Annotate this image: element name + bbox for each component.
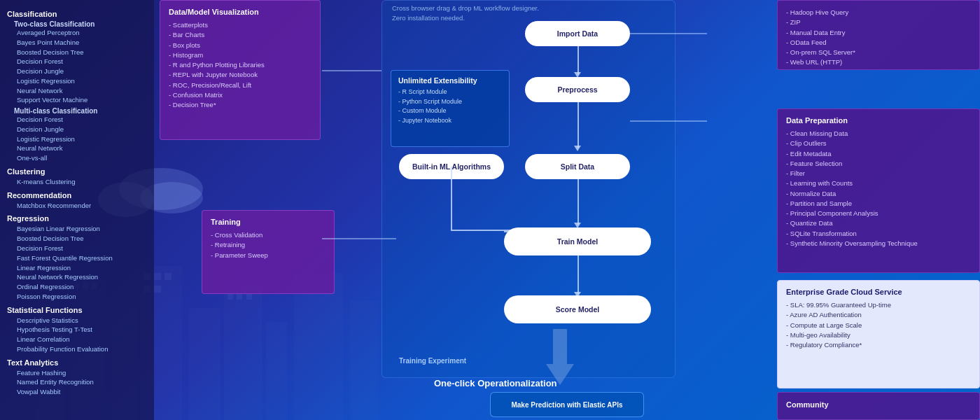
ent-item-3: - Multi-geo Availability xyxy=(786,330,971,340)
item-vowpal: Vowpal Wabbit xyxy=(7,387,147,397)
clustering-section: Clustering K-means Clustering xyxy=(7,167,147,187)
svg-rect-20 xyxy=(246,294,252,300)
unlimited-extensibility-box: Unlimited Extensibility R Script Module … xyxy=(391,70,510,147)
visualization-title: Data/Model Visualization xyxy=(169,8,312,16)
viz-item-1: Bar Charts xyxy=(169,30,312,40)
import-data-label: Import Data xyxy=(557,29,598,38)
enterprise-list: - SLA: 99.95% Guaranteed Up-time - Azure… xyxy=(786,300,971,350)
recommendation-title: Recommendation xyxy=(7,191,147,200)
viz-item-3: Histogram xyxy=(169,50,312,60)
item-mc-df: Decision Forest xyxy=(7,115,147,125)
item-kmeans: K-means Clustering xyxy=(7,177,147,187)
preprocess-node: Preprocess xyxy=(525,77,630,102)
connector-import xyxy=(630,33,707,34)
training-title: Training xyxy=(211,218,326,226)
item-ordinal-r: Ordinal Regression xyxy=(7,282,147,292)
svg-rect-9 xyxy=(350,301,378,420)
svg-rect-15 xyxy=(164,273,172,280)
training-item-2: Parameter Sweep xyxy=(211,251,326,260)
item-ffqr: Fast Forest Quantile Regression xyxy=(7,253,147,263)
ds-item-1: ZIP xyxy=(786,18,971,27)
viz-item-2: Box plots xyxy=(169,41,312,50)
training-item-1: Retraining xyxy=(211,240,326,250)
multi-class-title: Multi-class Classification xyxy=(7,107,147,115)
score-model-node: Score Model xyxy=(504,295,651,323)
arrow-import-preprocess xyxy=(578,46,579,74)
item-boosted-dt: Boosted Decision Tree xyxy=(7,48,147,57)
text-analytics-section: Text Analytics Feature Hashing Named Ent… xyxy=(7,358,147,397)
dp-item-10: SQLite Transformation xyxy=(786,229,971,239)
data-sources-list: Hadoop Hive Query ZIP Manual Data Entry … xyxy=(786,8,971,68)
svg-marker-21 xyxy=(546,329,574,385)
main-container: Classification Two-class Classification … xyxy=(0,0,980,420)
classification-title: Classification xyxy=(7,10,147,18)
ds-item-4: On-prem SQL Server* xyxy=(786,48,971,57)
item-nn-r: Neural Network Regression xyxy=(7,272,147,282)
connector-training xyxy=(322,238,396,239)
item-poisson-r: Poisson Regression xyxy=(7,292,147,302)
stats-title: Statistical Functions xyxy=(7,306,147,314)
item-linear-r: Linear Regression xyxy=(7,263,147,273)
ent-item-4: - Regulatory Compliance* xyxy=(786,340,971,350)
regression-title: Regression xyxy=(7,214,147,223)
dp-item-1: Clip Outliers xyxy=(786,139,971,148)
train-model-node: Train Model xyxy=(504,227,651,255)
arrow-builtin-v xyxy=(451,167,452,230)
dp-item-9: Quantize Data xyxy=(786,218,971,228)
unlimited-list: R Script Module Python Script Module Cus… xyxy=(398,88,502,125)
training-box: Training Cross Validation Retraining Par… xyxy=(202,210,335,294)
clustering-title: Clustering xyxy=(7,167,147,176)
data-preparation-box: Data Preparation Clean Missing Data Clip… xyxy=(777,108,980,273)
item-matchbox: Matchbox Recommender xyxy=(7,201,147,211)
arrow-preprocess-split xyxy=(578,102,579,148)
svg-rect-18 xyxy=(227,294,233,300)
recommendation-section: Recommendation Matchbox Recommender xyxy=(7,191,147,211)
item-decision-forest-1: Decision Forest xyxy=(7,57,147,66)
item-linear-corr: Linear Correlation xyxy=(7,335,147,344)
train-model-label: Train Model xyxy=(557,237,598,246)
ent-item-0: - SLA: 99.95% Guaranteed Up-time xyxy=(786,300,971,310)
item-avg-perceptron: Averaged Perceptron xyxy=(7,28,147,38)
unlimited-item-1: Python Script Module xyxy=(398,97,502,107)
viz-item-5: REPL with Jupyter Notebook xyxy=(169,70,312,80)
item-bayes-point: Bayes Point Machine xyxy=(7,38,147,48)
item-mc-nn: Neural Network xyxy=(7,144,147,153)
connector-viz xyxy=(322,70,382,71)
svg-rect-17 xyxy=(154,286,161,293)
score-model-label: Score Model xyxy=(556,305,599,314)
item-decision-jungle-1: Decision Jungle xyxy=(7,66,147,76)
prediction-label: Make Prediction with Elastic APIs xyxy=(511,401,622,409)
split-data-label: Split Data xyxy=(561,162,594,171)
svg-rect-5 xyxy=(189,308,220,420)
svg-rect-14 xyxy=(154,273,161,280)
visualization-list: Scatterplots Bar Charts Box plots Histog… xyxy=(169,20,312,110)
dp-item-5: Learning with Counts xyxy=(786,178,971,188)
visualization-box: Data/Model Visualization Scatterplots Ba… xyxy=(160,0,321,140)
text-analytics-title: Text Analytics xyxy=(7,358,147,367)
enterprise-box: Enterprise Grade Cloud Service - SLA: 99… xyxy=(777,280,980,388)
classification-section: Classification Two-class Classification … xyxy=(7,10,147,163)
viz-item-6: ROC, Precision/Recall, Lift xyxy=(169,80,312,90)
dp-item-4: Filter xyxy=(786,169,971,178)
operationalization-arrow xyxy=(539,329,581,385)
training-experiment-label: Training Experiment xyxy=(399,357,466,365)
arrow-train-score xyxy=(578,255,579,294)
arrow-split-train xyxy=(578,179,579,225)
item-svm: Support Vector Machine xyxy=(7,95,147,105)
training-list: Cross Validation Retraining Parameter Sw… xyxy=(211,230,326,260)
item-desc-stats: Descriptive Statistics xyxy=(7,316,147,326)
dp-item-2: Edit Metadata xyxy=(786,149,971,159)
viz-item-0: Scatterplots xyxy=(169,20,312,30)
ds-item-2: Manual Data Entry xyxy=(786,28,971,38)
dp-item-7: Partition and Sample xyxy=(786,199,971,209)
dp-item-8: Principal Component Analysis xyxy=(786,209,971,218)
dp-item-6: Normalize Data xyxy=(786,189,971,199)
ds-item-5: Web URL (HTTP) xyxy=(786,57,971,67)
viz-item-4: R and Python Plotting Libraries xyxy=(169,60,312,70)
item-boosted-dt-r: Boosted Decision Tree xyxy=(7,234,147,244)
ds-item-0: Hadoop Hive Query xyxy=(786,8,971,18)
dp-item-0: Clean Missing Data xyxy=(786,129,971,139)
prediction-box: Make Prediction with Elastic APIs xyxy=(490,392,644,417)
item-mc-dj: Decision Jungle xyxy=(7,125,147,134)
training-item-0: Cross Validation xyxy=(211,230,326,240)
